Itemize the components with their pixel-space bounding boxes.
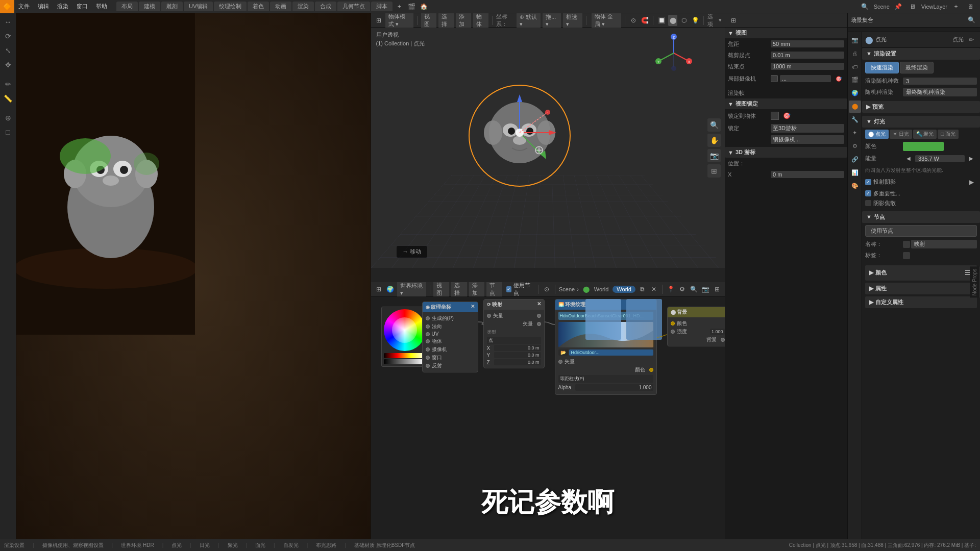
camera-icon[interactable]: 📷 bbox=[707, 149, 721, 162]
ws-animation[interactable]: 动画 bbox=[270, 2, 291, 11]
output-props-icon[interactable]: 🖨 bbox=[849, 47, 861, 60]
quick-render-btn[interactable]: 快速渲染 bbox=[865, 62, 899, 73]
light-sun-btn[interactable]: ☀ 日光 bbox=[890, 130, 912, 139]
local-camera-value[interactable]: ... bbox=[780, 75, 831, 82]
local-camera-checkbox[interactable] bbox=[771, 75, 778, 82]
ne-world-icon[interactable]: 🌍 bbox=[385, 284, 395, 295]
tool-scale[interactable]: ⤡ bbox=[2, 44, 15, 57]
shadow-caustic-checkbox[interactable] bbox=[865, 200, 871, 206]
ne-camera-icon[interactable]: 📷 bbox=[701, 284, 710, 295]
tool-rotate[interactable]: ⟳ bbox=[2, 30, 15, 43]
env-open-btn[interactable]: 📂 bbox=[558, 349, 568, 356]
tc-reflection-socket[interactable] bbox=[426, 364, 430, 368]
bg-out[interactable] bbox=[721, 338, 725, 342]
render-mode-icon[interactable]: 🔲 bbox=[657, 15, 666, 26]
physics-props-icon[interactable]: ⚙ bbox=[849, 140, 861, 153]
lock-value[interactable]: 至3D游标 bbox=[771, 124, 844, 133]
ws-sculpt[interactable]: 雕刻 bbox=[161, 2, 183, 11]
menu-file[interactable]: 文件 bbox=[14, 0, 34, 13]
ne-copy-icon[interactable]: ⧉ bbox=[638, 284, 647, 295]
ws-compositing[interactable]: 合成 bbox=[315, 2, 336, 11]
view-section-header[interactable]: ▼ 视图 bbox=[725, 28, 847, 38]
env-color-out[interactable] bbox=[649, 368, 653, 372]
node-canvas[interactable]: ◉ 纹理坐标 ✕ 生成的(P) 法向 UV 物体 摄像机 窗口 反射 ⟳ 映射 … bbox=[371, 296, 725, 551]
menu-edit[interactable]: 编辑 bbox=[34, 0, 53, 13]
tool-measure[interactable]: 📏 bbox=[2, 92, 15, 105]
ne-view-menu[interactable]: 视图 bbox=[433, 281, 449, 298]
ne-settings-icon[interactable]: ⚙ bbox=[678, 284, 688, 295]
status-point-light[interactable]: 点光 bbox=[172, 542, 182, 549]
ws-render[interactable]: 渲染 bbox=[292, 2, 314, 11]
tool-transform[interactable]: ✥ bbox=[2, 58, 15, 71]
rendered-mode-icon[interactable]: 💡 bbox=[691, 15, 700, 26]
snap-select[interactable]: 框选 ▾ bbox=[563, 12, 582, 29]
pin-icon[interactable]: 📌 bbox=[893, 1, 904, 12]
view-lock-header[interactable]: ▼ 视图锁定 bbox=[725, 98, 847, 109]
ne-menu-icon[interactable]: ⊞ bbox=[374, 284, 384, 295]
light-type-header[interactable]: ▶ 预览 bbox=[862, 101, 980, 113]
ne-add-menu[interactable]: 添加 bbox=[469, 281, 485, 298]
layer-add-icon[interactable]: + bbox=[950, 1, 962, 12]
layer-display-icon[interactable]: 🖥 bbox=[965, 1, 976, 12]
viewport-object-menu[interactable]: 物体 bbox=[473, 12, 488, 29]
light-color-swatch[interactable] bbox=[903, 142, 944, 151]
zoom-icon[interactable]: 🔍 bbox=[707, 118, 721, 132]
object-mode-select[interactable]: 物体模式 ▾ bbox=[385, 12, 413, 29]
ws-texture[interactable]: 纹理绘制 bbox=[214, 2, 247, 11]
grid-icon[interactable]: ⊞ bbox=[707, 164, 721, 178]
render-props-icon[interactable]: 📷 bbox=[849, 34, 861, 46]
ws-shading[interactable]: 着色 bbox=[248, 2, 269, 11]
light-point-btn[interactable]: ⬤ 点光 bbox=[865, 130, 889, 139]
color-section-header[interactable]: ▶ 颜色 ☰ bbox=[865, 265, 977, 281]
tc-generated-socket[interactable] bbox=[426, 316, 430, 320]
multi-importance-checkbox[interactable]: ✓ bbox=[865, 190, 871, 196]
ne-grid-icon[interactable]: ⊞ bbox=[712, 284, 722, 295]
nodes-section-header[interactable]: ▼ 节点 bbox=[862, 211, 980, 223]
clip-start-value[interactable]: 0.01 m bbox=[771, 52, 844, 59]
tool-object[interactable]: □ bbox=[2, 126, 15, 139]
local-camera-pick-icon[interactable]: 🎯 bbox=[833, 73, 844, 84]
menu-window[interactable]: 窗口 bbox=[72, 0, 92, 13]
custom-props-header[interactable]: ▶ 自定义属性 bbox=[865, 296, 977, 308]
ws-modeling[interactable]: 建模 bbox=[139, 2, 160, 11]
display-icon[interactable]: 🖥 bbox=[907, 1, 918, 12]
ws-scripting[interactable]: 脚本 bbox=[371, 2, 393, 11]
filter-icon[interactable]: 🔍 bbox=[966, 14, 977, 26]
env-vec-in[interactable] bbox=[558, 360, 562, 364]
ne-close-icon[interactable]: ✕ bbox=[649, 284, 658, 295]
energy-decrement-btn[interactable]: ◀ bbox=[903, 153, 914, 164]
map-vec-out-socket[interactable] bbox=[537, 322, 541, 326]
tc-object-socket[interactable] bbox=[426, 339, 430, 343]
ne-world-sphere-icon[interactable]: ⬤ bbox=[581, 284, 592, 295]
ne-node-menu[interactable]: 节点 bbox=[486, 281, 502, 298]
solid-mode-icon[interactable]: ⬤ bbox=[668, 15, 677, 26]
modifier-props-icon[interactable]: 🔧 bbox=[849, 114, 861, 126]
use-nodes-checkbox[interactable]: ✓ bbox=[506, 286, 511, 292]
cast-shadow-arrow[interactable]: ▶ bbox=[966, 177, 977, 188]
status-world-hdr[interactable]: 世界环境 HDR bbox=[121, 542, 154, 549]
material-props-icon[interactable]: 🎨 bbox=[849, 180, 861, 192]
light-area-btn[interactable]: □ 面光 bbox=[938, 130, 959, 139]
focal-value[interactable]: 50 mm bbox=[771, 40, 844, 47]
mapping-close[interactable]: ✕ bbox=[537, 301, 541, 307]
tool-cursor[interactable]: ⊕ bbox=[2, 111, 15, 124]
tc-uv-socket[interactable] bbox=[426, 332, 430, 336]
final-render-btn[interactable]: 最终渲染 bbox=[900, 62, 934, 73]
world-props-icon[interactable]: 🌍 bbox=[849, 87, 861, 99]
ws-layout[interactable]: 布局 bbox=[116, 2, 138, 11]
status-emission[interactable]: 自发光 bbox=[283, 542, 299, 549]
status-spot[interactable]: 聚光 bbox=[228, 542, 238, 549]
scene-props-icon[interactable]: 🎬 bbox=[849, 74, 861, 86]
ws-uv[interactable]: UV编辑 bbox=[184, 2, 213, 11]
view-layer-props-icon[interactable]: 🏷 bbox=[849, 61, 861, 73]
cursor-section-header[interactable]: ▼ 3D 游标 bbox=[725, 147, 847, 158]
particles-props-icon[interactable]: ✦ bbox=[849, 127, 861, 139]
status-sun[interactable]: 日光 bbox=[200, 542, 210, 549]
lock-camera-value[interactable]: 锁摄像机... bbox=[771, 135, 844, 144]
viewport-select-menu[interactable]: 选择 bbox=[438, 12, 454, 29]
coord-system-select[interactable]: ⊕ 默认 ▾ bbox=[517, 12, 541, 29]
object-props-icon[interactable]: ⬤ bbox=[849, 101, 861, 113]
viewport-menu-icon[interactable]: ⊞ bbox=[374, 15, 383, 26]
status-lighting-tips[interactable]: 布光思路 bbox=[316, 542, 336, 549]
monkey-3d-object[interactable] bbox=[469, 84, 571, 187]
